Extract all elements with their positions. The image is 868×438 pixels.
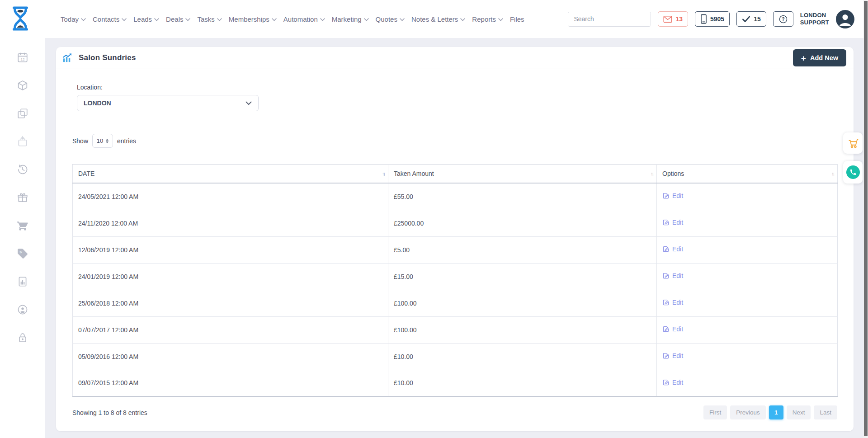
edit-link[interactable]: Edit <box>662 299 683 306</box>
sundries-table: DATE Taken Amount Options 24/05/2021 12:… <box>72 164 838 397</box>
location-select[interactable]: LONDON <box>77 95 259 111</box>
svg-text:12: 12 <box>20 57 25 61</box>
pagination-previous-button[interactable]: Previous <box>730 405 766 419</box>
calendar-icon[interactable]: 12 <box>17 52 28 63</box>
column-header-options[interactable]: Options <box>657 165 838 184</box>
sort-icon <box>831 171 834 176</box>
chevron-down-icon <box>320 18 325 21</box>
envelope-icon <box>663 15 672 23</box>
edit-pencil-icon <box>662 219 670 226</box>
phone-circle <box>846 165 860 179</box>
lock-icon[interactable] <box>17 332 28 344</box>
scrollbar-thumb[interactable] <box>864 1 868 436</box>
page-scrollbar[interactable] <box>863 0 868 438</box>
page-length-select[interactable]: 10 <box>92 134 113 148</box>
pagination-next-button[interactable]: Next <box>787 405 811 419</box>
location-selected-value: LONDON <box>84 99 111 107</box>
question-mark-icon: ? <box>778 14 788 24</box>
show-label: Show <box>72 137 88 145</box>
date-cell: 24/01/2019 12:00 AM <box>73 263 388 290</box>
add-new-button[interactable]: Add New <box>793 49 846 66</box>
messages-count: 13 <box>675 15 683 23</box>
copy-icon[interactable] <box>17 108 28 119</box>
salon-sundries-card: Salon Sundries Add New Location: LONDON … <box>56 47 854 431</box>
messages-badge[interactable]: 13 <box>658 11 688 27</box>
table-row: 24/05/2021 12:00 AM £55.00 Edit <box>73 183 838 210</box>
options-cell: Edit <box>657 236 838 263</box>
shopping-bag-icon[interactable] <box>17 136 28 147</box>
nav-item-automation[interactable]: Automation <box>283 15 325 23</box>
report-icon[interactable] <box>17 276 28 287</box>
nav-item-quotes[interactable]: Quotes <box>376 15 405 23</box>
nav-item-reports[interactable]: Reports <box>472 15 503 23</box>
floating-phone-button[interactable] <box>843 161 863 184</box>
column-header-taken-amount[interactable]: Taken Amount <box>388 165 657 184</box>
pagination-last-button[interactable]: Last <box>814 405 837 419</box>
tasks-badge[interactable]: 15 <box>736 11 766 27</box>
history-icon[interactable] <box>17 164 28 175</box>
amount-cell: £10.00 <box>388 343 657 370</box>
table-row: 05/09/2016 12:00 AM £10.00 Edit <box>73 343 838 370</box>
user-avatar[interactable] <box>836 10 854 28</box>
chevron-down-icon <box>122 18 127 21</box>
amount-cell: £5.00 <box>388 236 657 263</box>
edit-link[interactable]: Edit <box>662 245 683 253</box>
pagination-page-1-button[interactable]: 1 <box>769 405 783 419</box>
edit-pencil-icon <box>662 299 670 306</box>
phone-icon <box>849 169 857 176</box>
top-navigation-bar: Today Contacts Leads Deals Tasks Members… <box>0 0 868 38</box>
search-input[interactable] <box>568 12 651 26</box>
table-footer: Showing 1 to 8 of 8 entries First Previo… <box>72 405 837 419</box>
nav-item-tasks[interactable]: Tasks <box>197 15 222 23</box>
options-cell: Edit <box>657 183 838 210</box>
chevron-down-icon <box>364 18 369 21</box>
date-cell: 09/07/2015 12:00 AM <box>73 370 388 396</box>
calls-badge[interactable]: 5905 <box>695 11 730 27</box>
edit-link[interactable]: Edit <box>662 272 683 279</box>
gift-icon[interactable] <box>17 192 28 203</box>
account-sync-icon[interactable] <box>17 304 28 316</box>
page-length-row: Show 10 entries <box>72 134 837 148</box>
amount-cell: £15.00 <box>388 263 657 290</box>
entries-label: entries <box>117 137 136 145</box>
floating-cart-button[interactable] <box>843 132 863 154</box>
app-logo hourglass-icon[interactable] <box>10 5 31 32</box>
pagination-first-button[interactable]: First <box>703 405 727 419</box>
nav-item-files[interactable]: Files <box>510 15 524 23</box>
edit-link[interactable]: Edit <box>662 352 683 359</box>
date-cell: 07/07/2017 12:00 AM <box>73 316 388 343</box>
calls-count: 5905 <box>710 15 724 23</box>
nav-item-leads[interactable]: Leads <box>133 15 159 23</box>
entries-summary: Showing 1 to 8 of 8 entries <box>72 409 147 416</box>
edit-link[interactable]: Edit <box>662 192 683 199</box>
chevron-down-icon <box>272 18 277 21</box>
help-button[interactable]: ? <box>773 11 793 27</box>
plus-icon <box>801 54 806 62</box>
chevron-down-icon <box>400 18 405 21</box>
nav-item-deals[interactable]: Deals <box>166 15 190 23</box>
person-icon <box>836 10 854 28</box>
cart-icon[interactable] <box>17 220 28 231</box>
table-row: 09/07/2015 12:00 AM £10.00 Edit <box>73 370 838 396</box>
nav-item-notes-letters[interactable]: Notes & Letters <box>411 15 465 23</box>
edit-link[interactable]: Edit <box>662 379 683 386</box>
nav-item-contacts[interactable]: Contacts <box>93 15 127 23</box>
chevron-down-icon <box>81 18 86 21</box>
sort-icon <box>382 171 384 176</box>
nav-item-today[interactable]: Today <box>61 15 86 23</box>
nav-right-tools: 13 5905 15 ? LONDON SUPPORT <box>568 0 854 38</box>
nav-item-marketing[interactable]: Marketing <box>332 15 369 23</box>
package-icon[interactable] <box>17 80 28 91</box>
date-cell: 05/09/2016 12:00 AM <box>73 343 388 370</box>
card-body: Location: LONDON Show 10 entries <box>56 69 854 431</box>
chevron-down-icon <box>460 18 465 21</box>
column-header-date[interactable]: DATE <box>73 165 388 184</box>
options-cell: Edit <box>657 316 838 343</box>
nav-item-memberships[interactable]: Memberships <box>229 15 277 23</box>
price-tag-icon[interactable]: $ <box>17 248 28 259</box>
chevron-down-icon <box>185 18 190 21</box>
options-cell: Edit <box>657 343 838 370</box>
edit-link[interactable]: Edit <box>662 219 683 226</box>
edit-link[interactable]: Edit <box>662 325 683 333</box>
tasks-count: 15 <box>754 15 761 23</box>
